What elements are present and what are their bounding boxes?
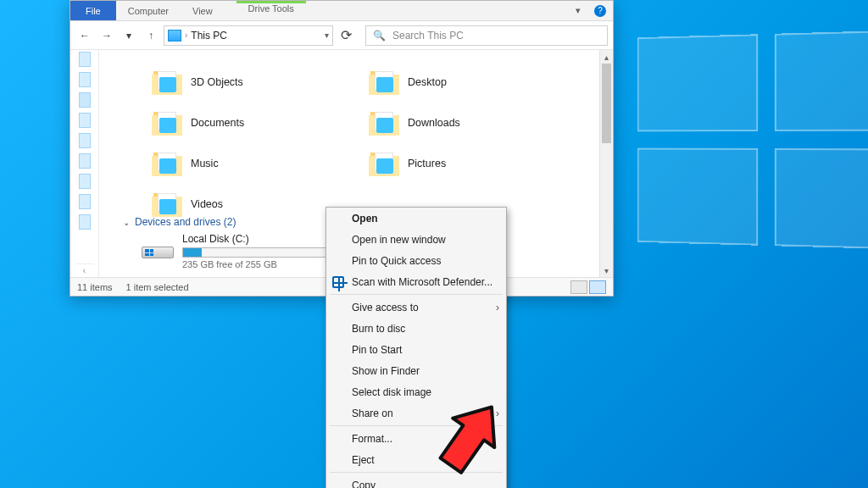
status-selected: 1 item selected: [126, 282, 189, 292]
folder-documents[interactable]: Documents: [136, 103, 353, 143]
folder-label: Pictures: [408, 158, 446, 169]
chevron-down-icon: ⌄: [123, 218, 130, 227]
defender-icon: [331, 275, 345, 289]
ribbon-tab-drive-tools[interactable]: Drive Tools: [225, 1, 318, 20]
ribbon-tab-computer[interactable]: Computer: [116, 1, 181, 20]
ctx-show-in-finder[interactable]: Show in Finder: [326, 360, 506, 381]
arrow-right-icon: →: [102, 30, 112, 42]
folder-label: Downloads: [408, 117, 460, 129]
desktop-windows-logo: [631, 34, 868, 246]
arrow-up-icon: ↑: [148, 30, 153, 42]
scroll-track[interactable]: [600, 64, 613, 263]
arrow-left-icon: ←: [80, 30, 90, 42]
ribbon-tab-view[interactable]: View: [181, 1, 225, 20]
folder-label: Videos: [191, 198, 223, 210]
ctx-copy[interactable]: Copy: [326, 474, 506, 488]
section-header-devices[interactable]: ⌄ Devices and drives (2): [123, 216, 236, 228]
chevron-down-icon: ▾: [325, 30, 329, 40]
ctx-pin-start[interactable]: Pin to Start: [326, 339, 506, 360]
folder-label: Desktop: [408, 76, 447, 88]
address-path: This PC: [191, 30, 227, 42]
refresh-button[interactable]: ⟳: [337, 26, 355, 45]
folder-label: Documents: [191, 117, 244, 129]
ribbon-tab-file[interactable]: File: [70, 1, 116, 20]
search-box[interactable]: 🔍 Search This PC: [365, 25, 608, 46]
folder-music[interactable]: Music: [136, 143, 353, 184]
navigation-bar: ← → ▾ ↑ › This PC ▾ ⟳ 🔍 Search This PC: [70, 21, 613, 50]
folder-icon: [159, 158, 176, 174]
scroll-up-button[interactable]: ▴: [600, 50, 613, 64]
scroll-down-button[interactable]: ▾: [600, 263, 613, 277]
folder-pictures[interactable]: Pictures: [353, 143, 570, 184]
ctx-share-on[interactable]: Share on: [326, 402, 506, 424]
folder-icon: [376, 77, 393, 92]
ctx-scan-defender[interactable]: Scan with Microsoft Defender...: [326, 271, 506, 292]
ctx-open-new-window[interactable]: Open in new window: [326, 229, 506, 250]
ctx-eject[interactable]: Eject: [326, 449, 506, 470]
nav-item[interactable]: [79, 214, 91, 230]
chevron-right-icon: ›: [185, 30, 187, 40]
context-menu: Open Open in new window Pin to Quick acc…: [326, 207, 507, 488]
chevron-down-icon: ▾: [126, 30, 131, 42]
ctx-label: Scan with Microsoft Defender...: [352, 276, 492, 288]
nav-item[interactable]: [79, 52, 91, 67]
folder-icon: [376, 158, 393, 174]
ctx-select-disk-image[interactable]: Select disk image: [326, 381, 506, 402]
status-item-count: 11 items: [77, 282, 113, 292]
folder-label: Music: [191, 158, 219, 169]
ctx-give-access[interactable]: Give access to: [326, 297, 506, 318]
nav-item[interactable]: [79, 174, 91, 189]
view-icons-button[interactable]: [589, 280, 606, 294]
nav-up-button[interactable]: ↑: [142, 26, 160, 45]
folder-icon: [159, 77, 176, 92]
folder-3d-objects[interactable]: 3D Objects: [136, 62, 353, 103]
ctx-format[interactable]: Format...: [326, 428, 506, 449]
folder-icon: [159, 199, 176, 214]
nav-recent-button[interactable]: ▾: [120, 26, 138, 45]
view-details-button[interactable]: [570, 280, 587, 294]
drive-icon: [142, 233, 174, 258]
nav-item[interactable]: [79, 113, 91, 128]
navigation-pane[interactable]: ‹: [70, 50, 99, 277]
chevron-down-icon: ▾: [576, 5, 581, 16]
nav-item[interactable]: [79, 72, 91, 87]
ribbon: File Computer View Drive Tools ▾ ?: [70, 1, 613, 21]
search-icon: 🔍: [373, 30, 386, 42]
help-icon: ?: [594, 5, 606, 17]
nav-item[interactable]: [79, 194, 91, 209]
vertical-scrollbar[interactable]: ▴ ▾: [599, 50, 613, 277]
search-placeholder: Search This PC: [392, 30, 464, 42]
nav-scroll-left[interactable]: ‹: [75, 263, 94, 277]
folder-desktop[interactable]: Desktop: [353, 62, 570, 103]
nav-back-button[interactable]: ←: [75, 26, 94, 45]
ribbon-collapse-button[interactable]: ▾: [569, 1, 587, 20]
this-pc-icon: [168, 30, 181, 42]
ctx-open[interactable]: Open: [326, 208, 506, 229]
ribbon-tab-drive-tools-label: Drive Tools: [248, 3, 294, 14]
folder-icon: [159, 118, 176, 133]
folder-downloads[interactable]: Downloads: [353, 103, 570, 143]
nav-item[interactable]: [79, 133, 91, 148]
nav-forward-button[interactable]: →: [97, 26, 116, 45]
ctx-pin-quick-access[interactable]: Pin to Quick access: [326, 250, 506, 271]
nav-item[interactable]: [79, 92, 91, 108]
ctx-burn-disc[interactable]: Burn to disc: [326, 318, 506, 339]
help-button[interactable]: ?: [587, 1, 613, 20]
nav-item[interactable]: [79, 153, 91, 169]
folder-icon: [376, 118, 393, 133]
drive-local-c[interactable]: Local Disk (C:) 235 GB free of 255 GB: [136, 231, 357, 273]
address-bar[interactable]: › This PC ▾: [164, 25, 333, 46]
folder-label: 3D Objects: [191, 76, 243, 88]
section-header-label: Devices and drives (2): [135, 216, 236, 228]
refresh-icon: ⟳: [341, 27, 352, 43]
scroll-thumb[interactable]: [602, 64, 611, 143]
